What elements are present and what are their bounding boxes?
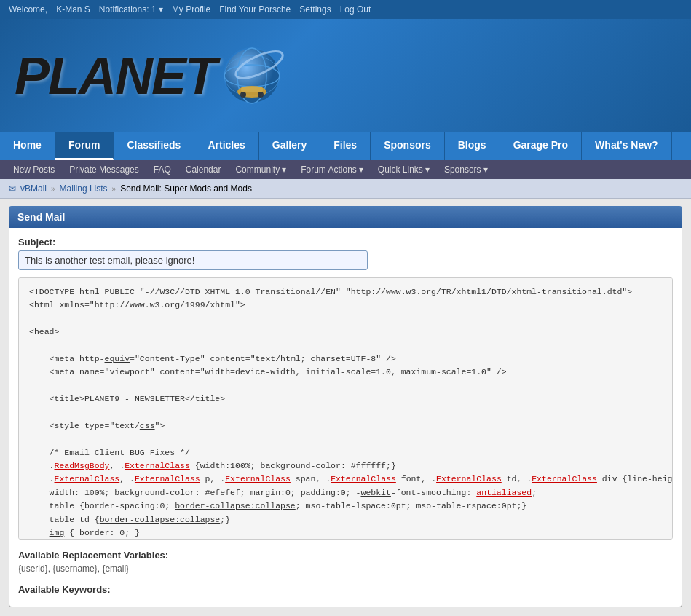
dropdown-arrow-icon: ▾: [425, 165, 430, 175]
breadcrumb-separator: »: [112, 185, 117, 193]
subnav-quick-links[interactable]: Quick Links ▾: [371, 160, 437, 179]
nav-home[interactable]: Home: [0, 132, 55, 160]
username-link[interactable]: K-Man S: [56, 4, 90, 15]
svg-point-7: [240, 92, 246, 98]
subnav-faq[interactable]: FAQ: [146, 160, 178, 179]
my-profile-link[interactable]: My Profile: [172, 4, 210, 15]
nav-classifieds[interactable]: Classifieds: [114, 132, 194, 160]
logo-area: PLANET: [0, 19, 691, 132]
breadcrumb-separator: »: [51, 185, 55, 193]
subnav-private-messages[interactable]: Private Messages: [62, 160, 146, 179]
top-bar: Welcome, K-Man S Notifications: 1 ▾ My P…: [0, 0, 691, 19]
svg-point-8: [258, 92, 264, 98]
subject-input[interactable]: [18, 250, 368, 270]
page-content: Send Mail Subject: <!DOCTYPE html PUBLIC…: [0, 199, 691, 615]
breadcrumb: ✉ vBMail » Mailing Lists » Send Mail: Su…: [0, 179, 691, 199]
send-mail-body: Subject: <!DOCTYPE html PUBLIC "-//W3C//…: [9, 228, 682, 607]
nav-blogs[interactable]: Blogs: [445, 132, 500, 160]
breadcrumb-icon: ✉: [9, 183, 16, 194]
subnav-forum-actions[interactable]: Forum Actions ▾: [293, 160, 371, 179]
sub-nav: New Posts Private Messages FAQ Calendar …: [0, 160, 691, 179]
logo: PLANET: [15, 43, 285, 108]
nav-garage-pro[interactable]: Garage Pro: [500, 132, 582, 160]
logo-text: PLANET: [15, 46, 216, 106]
subnav-new-posts[interactable]: New Posts: [6, 160, 62, 179]
notifications-link[interactable]: Notifications: 1 ▾: [99, 4, 163, 15]
dropdown-arrow-icon: ▾: [282, 165, 286, 175]
subnav-sponsors[interactable]: Sponsors ▾: [437, 160, 495, 179]
welcome-text: Welcome,: [9, 4, 47, 15]
subnav-calendar[interactable]: Calendar: [178, 160, 229, 179]
dropdown-arrow-icon: ▾: [483, 165, 488, 175]
nav-files[interactable]: Files: [320, 132, 371, 160]
keywords-section: Available Keywords:: [18, 574, 673, 595]
nav-gallery[interactable]: Gallery: [259, 132, 320, 160]
svg-rect-6: [241, 87, 263, 92]
breadcrumb-vbmail[interactable]: vBMail: [20, 183, 47, 194]
breadcrumb-mailing-lists[interactable]: Mailing Lists: [60, 183, 108, 194]
settings-link[interactable]: Settings: [299, 4, 331, 15]
nav-whats-new[interactable]: What's New?: [582, 132, 672, 160]
replacement-vars-content: {userid}, {username}, {email}: [18, 564, 673, 574]
subnav-community[interactable]: Community ▾: [228, 160, 293, 179]
subject-field-row: Subject:: [18, 237, 673, 270]
nav-articles[interactable]: Articles: [194, 132, 258, 160]
logo-globe-icon: [219, 43, 285, 108]
code-editor[interactable]: <!DOCTYPE html PUBLIC "-//W3C//DTD XHTML…: [18, 277, 673, 540]
nav-forum[interactable]: Forum: [55, 132, 114, 160]
notifications-label: Notifications: 1: [99, 4, 157, 15]
subject-label: Subject:: [18, 237, 673, 248]
main-nav: Home Forum Classifieds Articles Gallery …: [0, 132, 691, 160]
replacement-vars-section: Available Replacement Variables: {userid…: [18, 540, 673, 574]
nav-sponsors[interactable]: Sponsors: [371, 132, 445, 160]
find-porsche-link[interactable]: Find Your Porsche: [219, 4, 291, 15]
dropdown-arrow-icon: ▾: [159, 4, 163, 15]
replacement-vars-title: Available Replacement Variables:: [18, 550, 673, 561]
logout-link[interactable]: Log Out: [340, 4, 371, 15]
dropdown-arrow-icon: ▾: [359, 165, 363, 175]
breadcrumb-current: Send Mail: Super Mods and Mods: [120, 183, 252, 194]
send-mail-header: Send Mail: [9, 206, 682, 228]
keywords-title: Available Keywords:: [18, 584, 673, 595]
